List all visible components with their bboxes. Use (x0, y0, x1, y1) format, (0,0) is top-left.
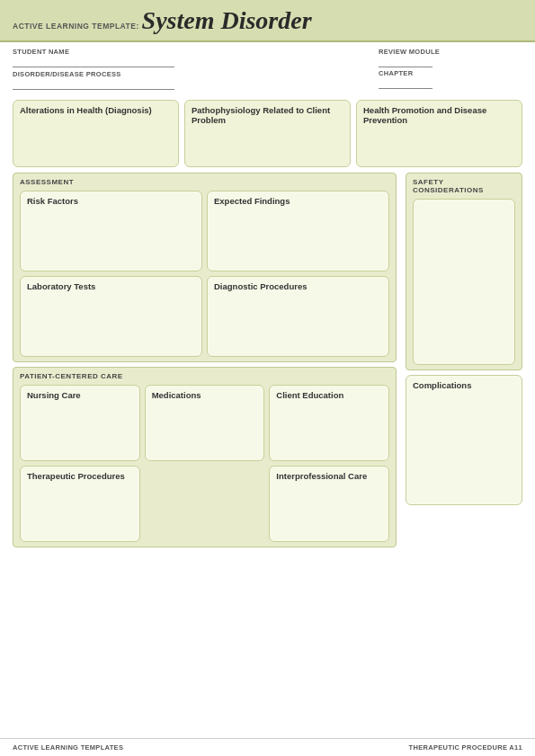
student-info-row: STUDENT NAME DISORDER/DISEASE PROCESS RE… (0, 42, 535, 96)
disorder-line (13, 79, 174, 90)
risk-factors-title: Risk Factors (27, 196, 195, 206)
pathophysiology-box: Pathophysiology Related to Client Proble… (184, 100, 351, 167)
patient-care-section: PATIENT-CENTERED CARE Nursing Care Medic… (13, 367, 397, 547)
safety-content-box (413, 199, 515, 365)
review-module-line (379, 57, 432, 67)
template-label: ACTIVE LEARNING TEMPLATE: (13, 22, 139, 31)
lab-tests-title: Laboratory Tests (27, 281, 195, 291)
health-promotion-box: Health Promotion and Disease Prevention (356, 100, 522, 167)
client-education-title: Client Education (276, 390, 382, 400)
chapter-line (379, 78, 432, 89)
client-education-box: Client Education (269, 385, 389, 461)
empty-cell (145, 466, 265, 542)
footer-left: ACTIVE LEARNING TEMPLATES (13, 743, 123, 752)
complications-box: Complications (406, 375, 522, 505)
footer: ACTIVE LEARNING TEMPLATES THERAPEUTIC PR… (0, 738, 535, 756)
therapeutic-procedures-box: Therapeutic Procedures (20, 466, 140, 542)
medications-box: Medications (145, 385, 265, 461)
alterations-box: Alterations in Health (Diagnosis) (13, 100, 179, 167)
page-title: System Disorder (142, 6, 312, 34)
expected-findings-box: Expected Findings (207, 191, 389, 271)
diagnostic-procedures-title: Diagnostic Procedures (214, 281, 382, 291)
nursing-care-title: Nursing Care (27, 390, 133, 400)
top-boxes: Alterations in Health (Diagnosis) Pathop… (0, 96, 535, 173)
assessment-grid: Risk Factors Expected Findings Laborator… (20, 191, 389, 357)
diagnostic-procedures-box: Diagnostic Procedures (207, 276, 389, 357)
risk-factors-box: Risk Factors (20, 191, 202, 271)
lab-tests-box: Laboratory Tests (20, 276, 202, 357)
review-module-label: REVIEW MODULE (379, 48, 522, 56)
footer-right: THERAPEUTIC PROCEDURE A11 (409, 743, 522, 752)
therapeutic-procedures-title: Therapeutic Procedures (27, 471, 133, 481)
nursing-care-box: Nursing Care (20, 385, 140, 461)
info-right: REVIEW MODULE CHAPTER (379, 48, 522, 91)
assessment-section: ASSESSMENT Risk Factors Expected Finding… (13, 173, 397, 362)
student-name-label: STUDENT NAME (13, 48, 361, 56)
student-name-line (13, 57, 174, 67)
patient-grid-top: Nursing Care Medications Client Educatio… (20, 385, 389, 461)
patient-care-header: PATIENT-CENTERED CARE (20, 372, 389, 380)
complications-title: Complications (413, 380, 515, 390)
safety-header: SAFETY CONSIDERATIONS (413, 178, 515, 194)
disorder-label: DISORDER/DISEASE PROCESS (13, 70, 361, 78)
alterations-title: Alterations in Health (Diagnosis) (20, 105, 172, 115)
info-left: STUDENT NAME DISORDER/DISEASE PROCESS (13, 48, 361, 93)
medications-title: Medications (152, 390, 258, 400)
pathophysiology-title: Pathophysiology Related to Client Proble… (192, 105, 343, 125)
interprofessional-care-box: Interprofessional Care (269, 466, 389, 542)
main-content: ASSESSMENT Risk Factors Expected Finding… (0, 173, 535, 547)
assessment-header: ASSESSMENT (20, 178, 389, 186)
safety-section: SAFETY CONSIDERATIONS (406, 173, 522, 370)
header: ACTIVE LEARNING TEMPLATE: System Disorde… (0, 0, 535, 42)
expected-findings-title: Expected Findings (214, 196, 382, 206)
safety-panel: SAFETY CONSIDERATIONS Complications (406, 173, 522, 505)
patient-grid-bottom: Therapeutic Procedures Interprofessional… (20, 466, 389, 542)
interprofessional-care-title: Interprofessional Care (276, 471, 382, 481)
chapter-label: CHAPTER (379, 69, 522, 77)
health-promotion-title: Health Promotion and Disease Prevention (363, 105, 515, 125)
